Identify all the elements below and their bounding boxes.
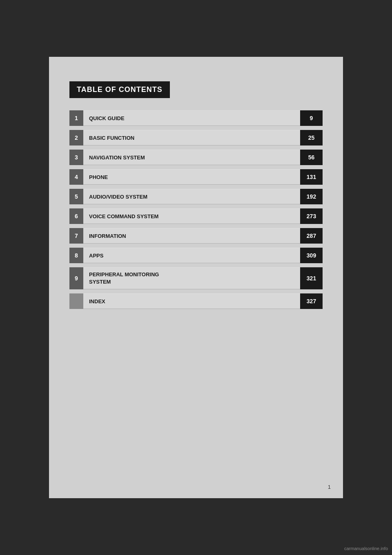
toc-number-3: 3 bbox=[69, 150, 83, 165]
toc-page-6: 273 bbox=[300, 208, 323, 224]
toc-label-4: PHONE bbox=[83, 169, 300, 185]
toc-number-8: 8 bbox=[69, 248, 83, 263]
toc-entry-4: 4 PHONE 131 bbox=[69, 169, 323, 185]
toc-label-index: INDEX bbox=[83, 293, 300, 309]
toc-number-5: 5 bbox=[69, 189, 83, 204]
toc-entry-index: INDEX 327 bbox=[69, 293, 323, 309]
toc-number-2: 2 bbox=[69, 130, 83, 145]
toc-page-5: 192 bbox=[300, 189, 323, 204]
toc-page-1: 9 bbox=[300, 110, 323, 126]
toc-entry-5: 5 AUDIO/VIDEO SYSTEM 192 bbox=[69, 189, 323, 204]
toc-number-9: 9 bbox=[69, 267, 83, 289]
toc-number-index bbox=[69, 293, 83, 309]
toc-page-4: 131 bbox=[300, 169, 323, 185]
toc-label-9: PERIPHERAL MONITORING SYSTEM bbox=[83, 267, 300, 289]
toc-page-7: 287 bbox=[300, 228, 323, 244]
toc-label-8: APPS bbox=[83, 248, 300, 263]
toc-entry-7: 7 INFORMATION 287 bbox=[69, 228, 323, 244]
toc-page-index: 327 bbox=[300, 293, 323, 309]
toc-entry-6: 6 VOICE COMMAND SYSTEM 273 bbox=[69, 208, 323, 224]
page-number: 1 bbox=[328, 484, 331, 490]
toc-number-7: 7 bbox=[69, 228, 83, 244]
toc-page-8: 309 bbox=[300, 248, 323, 263]
toc-entry-1: 1 QUICK GUIDE 9 bbox=[69, 110, 323, 126]
toc-number-1: 1 bbox=[69, 110, 83, 126]
watermark: carmanualsonline.info bbox=[344, 546, 388, 551]
toc-number-4: 4 bbox=[69, 169, 83, 185]
toc-entry-9: 9 PERIPHERAL MONITORING SYSTEM 321 bbox=[69, 267, 323, 289]
toc-label-1: QUICK GUIDE bbox=[83, 110, 300, 126]
toc-page-3: 56 bbox=[300, 150, 323, 165]
toc-label-3: NAVIGATION SYSTEM bbox=[83, 150, 300, 165]
toc-page-9: 321 bbox=[300, 267, 323, 289]
toc-title: TABLE OF CONTENTS bbox=[69, 81, 170, 98]
toc-page-2: 25 bbox=[300, 130, 323, 145]
toc-entry-3: 3 NAVIGATION SYSTEM 56 bbox=[69, 150, 323, 165]
toc-label-2: BASIC FUNCTION bbox=[83, 130, 300, 145]
toc-label-5: AUDIO/VIDEO SYSTEM bbox=[83, 189, 300, 204]
toc-entry-8: 8 APPS 309 bbox=[69, 248, 323, 263]
toc-label-7: INFORMATION bbox=[83, 228, 300, 244]
toc-number-6: 6 bbox=[69, 208, 83, 224]
page-container: TABLE OF CONTENTS 1 QUICK GUIDE 9 2 BASI… bbox=[49, 57, 343, 498]
toc-entry-2: 2 BASIC FUNCTION 25 bbox=[69, 130, 323, 145]
toc-list: 1 QUICK GUIDE 9 2 BASIC FUNCTION 25 3 NA… bbox=[69, 110, 323, 309]
toc-label-9-line1: PERIPHERAL MONITORING bbox=[89, 271, 159, 278]
toc-label-9-line2: SYSTEM bbox=[89, 278, 111, 286]
toc-label-6: VOICE COMMAND SYSTEM bbox=[83, 208, 300, 224]
